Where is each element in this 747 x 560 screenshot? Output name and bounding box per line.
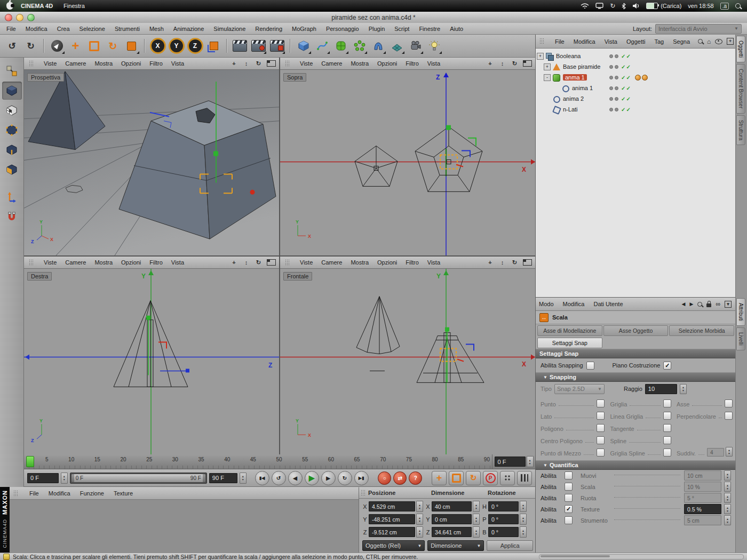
pan-view-icon[interactable]: + <box>230 60 238 67</box>
viewport-menu-item[interactable]: Camere <box>320 60 343 67</box>
go-to-end-button[interactable]: ▶▮ <box>354 471 369 485</box>
record-position-toggle[interactable]: + <box>432 471 447 485</box>
dimension-value-field[interactable]: 0 cm <box>432 514 472 524</box>
object-row[interactable]: n-Lati ✓✓ <box>536 104 736 115</box>
raggio-stepper[interactable] <box>680 384 687 394</box>
snap-option-checkbox[interactable] <box>663 449 671 457</box>
keyframe-selection-button[interactable] <box>517 471 532 485</box>
viewport-menu-item[interactable]: Mostra <box>349 60 370 67</box>
app-menu-item[interactable]: Finestre <box>418 26 441 32</box>
material-menu-item[interactable]: File <box>28 490 40 497</box>
battery-indicator[interactable]: (Carica) <box>646 3 681 9</box>
expander-icon[interactable]: - <box>544 74 551 81</box>
viewport-menu-item[interactable]: Filtro <box>148 60 163 67</box>
app-menu-item[interactable]: Selezione <box>78 26 106 32</box>
expander-icon[interactable] <box>553 85 560 92</box>
quantize-enable-checkbox[interactable] <box>565 471 573 479</box>
viewport-menu-item[interactable]: Viste <box>299 60 314 67</box>
dimension-value-field[interactable]: 34.641 cm <box>432 527 472 537</box>
object-manager-menu-item[interactable]: Tag <box>653 38 665 45</box>
app-menu-item[interactable]: Animazione <box>172 26 205 32</box>
deformer-button[interactable] <box>369 37 387 55</box>
record-scale-toggle[interactable] <box>449 471 464 485</box>
enable-checkmarks[interactable]: ✓✓ <box>621 107 631 113</box>
app-menu-item[interactable]: Strumenti <box>114 26 141 32</box>
quantize-enable-checkbox[interactable] <box>565 483 573 491</box>
rotate-tool-button[interactable]: ↻ <box>104 37 122 55</box>
object-tree[interactable]: + Booleana ✓✓ + Base piramide ✓✓ <box>536 49 736 297</box>
rotate-view-icon[interactable]: ↻ <box>511 259 519 266</box>
panel-side-tab[interactable]: Livelli <box>736 327 745 350</box>
app-menu-item[interactable]: Modifica <box>25 26 49 32</box>
zoom-view-icon[interactable]: ↕ <box>498 259 506 266</box>
object-label[interactable]: anima 2 <box>563 95 584 102</box>
viewport-menu-item[interactable]: Viste <box>43 259 58 266</box>
pan-view-icon[interactable]: + <box>486 259 494 266</box>
horizontal-scrollbar[interactable] <box>539 554 744 559</box>
app-menu-item[interactable]: Crea <box>56 26 71 32</box>
attribute-tab-active[interactable]: Settaggi Snap <box>537 338 602 348</box>
freehand-spline-button[interactable] <box>313 37 331 55</box>
enable-checkmarks[interactable]: ✓✓ <box>621 75 631 81</box>
zoom-view-icon[interactable]: ↕ <box>242 60 250 67</box>
value-stepper[interactable] <box>416 514 423 525</box>
input-source[interactable]: .a <box>720 3 729 10</box>
camera-button[interactable] <box>407 37 424 55</box>
panel-side-tab[interactable]: Struttura <box>736 115 745 145</box>
raggio-field[interactable]: 10 <box>645 384 677 394</box>
record-pla-toggle[interactable] <box>500 471 515 485</box>
panel-side-tab[interactable]: Oggetti <box>736 36 745 62</box>
viewport-menu-item[interactable]: Opzioni <box>120 60 142 67</box>
volume-icon[interactable] <box>632 3 640 9</box>
visibility-dots[interactable] <box>609 65 618 69</box>
history-back-icon[interactable]: ◀ <box>682 301 686 307</box>
quantize-enable-checkbox[interactable] <box>565 516 573 524</box>
panel-grip-icon[interactable] <box>361 490 365 497</box>
object-manager-menu-item[interactable]: Modifica <box>573 38 597 45</box>
position-value-field[interactable]: -9.512 cm <box>369 527 415 537</box>
value-stepper[interactable] <box>473 526 480 538</box>
display-icon[interactable] <box>595 3 603 9</box>
enable-checkmarks[interactable]: ✓✓ <box>621 85 631 91</box>
section-header[interactable]: Settaggi Snap <box>536 349 736 358</box>
snap-option-checkbox[interactable] <box>597 449 605 457</box>
polygons-mode-button[interactable] <box>2 161 22 179</box>
visibility-dots[interactable] <box>609 76 618 79</box>
app-menu-item[interactable]: Simulazione <box>212 26 247 32</box>
object-row[interactable]: - anma 1 ✓✓ <box>536 72 736 83</box>
attribute-tab[interactable]: Selezione Morbida <box>669 325 734 336</box>
value-stepper[interactable] <box>416 501 423 512</box>
play-reverse-button[interactable]: ↺ <box>272 471 286 485</box>
enable-checkmarks[interactable]: ✓✓ <box>621 64 631 70</box>
viewport-menu-item[interactable]: Vista <box>170 60 185 67</box>
popup-icon[interactable]: ▾ <box>725 301 732 308</box>
object-row[interactable]: + Booleana ✓✓ <box>536 51 736 61</box>
viewport-menu-item[interactable]: Opzioni <box>376 60 398 67</box>
wifi-icon[interactable] <box>581 3 589 9</box>
visibility-dots[interactable] <box>609 86 618 90</box>
loop-playback-button[interactable]: ↻ <box>338 471 352 485</box>
panel-grip-icon[interactable] <box>539 38 544 45</box>
snap-option-checkbox[interactable] <box>663 412 671 420</box>
attribute-menu-item[interactable]: Dati Utente <box>593 301 624 307</box>
visibility-dots[interactable] <box>609 108 618 111</box>
current-frame-stepper[interactable] <box>61 473 68 484</box>
lock-icon[interactable] <box>706 303 711 307</box>
viewport-menu-item[interactable]: Vista <box>170 259 185 266</box>
subdivision-surface-button[interactable] <box>332 37 349 55</box>
material-list-empty[interactable] <box>10 500 359 553</box>
model-mode-button[interactable] <box>2 82 22 100</box>
bluetooth-icon[interactable] <box>622 3 626 10</box>
object-row[interactable]: anima 1 ✓✓ <box>536 83 736 93</box>
maximize-view-icon[interactable] <box>267 259 276 266</box>
rotate-view-icon[interactable]: ↻ <box>255 259 263 266</box>
panel-side-tab[interactable]: Attributi <box>736 298 745 326</box>
snap-type-dropdown[interactable]: Snap 2.5D▼ <box>554 384 605 394</box>
zoom-view-icon[interactable]: ↕ <box>498 60 506 67</box>
panel-grip-icon[interactable] <box>29 60 34 67</box>
object-manager-menu-item[interactable]: Segna <box>672 38 691 45</box>
last-tool-button[interactable] <box>123 37 140 55</box>
panel-grip-icon[interactable] <box>29 259 34 266</box>
coordinate-system-button[interactable] <box>205 37 222 55</box>
viewport-menu-item[interactable]: Camere <box>64 259 87 266</box>
